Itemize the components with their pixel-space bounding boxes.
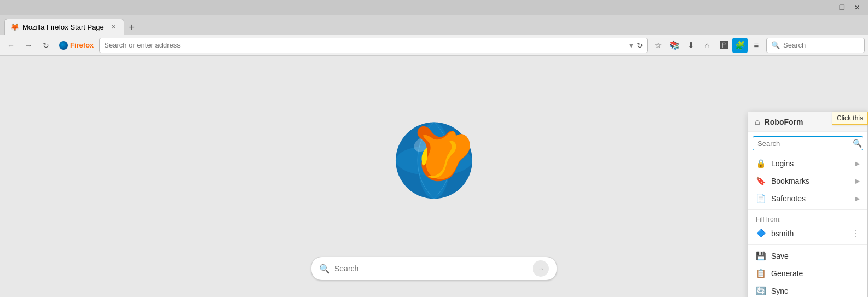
bottom-search-bar[interactable]: 🔍 →: [311, 257, 557, 281]
divider-2: [748, 244, 867, 245]
firefox-logo-large: [385, 111, 483, 212]
tab-bar: 🦊 Mozilla Firefox Start Page ✕ +: [0, 15, 868, 35]
save-label: Save: [771, 252, 860, 260]
nav-bar: ← → ↻ Firefox ▼ ↻ ☆ 📚 ⬇ ⌂ 🅿 🧩 ≡ 🔍: [0, 35, 868, 56]
bsmith-icon: 🔷: [756, 229, 766, 238]
roboform-extension-button[interactable]: 🧩: [732, 38, 748, 53]
safenotes-icon: 📄: [756, 194, 766, 203]
logins-menu-item[interactable]: 🔒 Logins ▶: [748, 155, 867, 172]
bookmarks-arrow-icon: ▶: [855, 177, 860, 185]
bookmarks-icon: 🔖: [756, 176, 766, 186]
home-nav-button[interactable]: ⌂: [699, 38, 715, 53]
firefox-badge: Firefox: [56, 41, 97, 50]
new-tab-button[interactable]: +: [124, 20, 140, 35]
fill-bsmith-item[interactable]: 🔷 bsmith ⋮: [748, 224, 867, 242]
minimize-button[interactable]: —: [820, 1, 833, 14]
logins-icon: 🔒: [756, 159, 766, 168]
back-button[interactable]: ←: [3, 38, 19, 53]
sync-icon: 🔄: [756, 286, 766, 296]
bottom-search-icon: 🔍: [319, 264, 330, 274]
tab-favicon-icon: 🦊: [10, 23, 19, 32]
active-tab[interactable]: 🦊 Mozilla Firefox Start Page ✕: [4, 19, 124, 35]
close-button[interactable]: ✕: [850, 1, 864, 14]
bsmith-more-button[interactable]: ⋮: [851, 228, 860, 238]
search-bar-nav[interactable]: 🔍: [766, 38, 865, 53]
url-refresh-icon[interactable]: ↻: [636, 41, 643, 50]
save-icon: 💾: [756, 251, 766, 261]
logins-arrow-icon: ▶: [855, 160, 860, 167]
bsmith-label: bsmith: [771, 229, 846, 238]
nav-icon-group: ☆ 📚 ⬇ ⌂ 🅿 🧩 ≡: [650, 38, 764, 53]
roboform-search-box[interactable]: 🔍: [753, 136, 863, 150]
menu-button[interactable]: ≡: [749, 38, 764, 53]
generate-menu-item[interactable]: 📋 Generate: [748, 265, 867, 282]
safenotes-menu-item[interactable]: 📄 Safenotes ▶: [748, 190, 867, 207]
firefox-label: Firefox: [70, 41, 94, 49]
generate-label: Generate: [771, 269, 860, 278]
url-bar[interactable]: ▼ ↻: [99, 38, 648, 53]
maximize-button[interactable]: ❐: [835, 1, 848, 14]
library-button[interactable]: 📚: [667, 38, 682, 53]
save-menu-item[interactable]: 💾 Save: [748, 247, 867, 265]
firefox-logo-small: [59, 41, 68, 50]
tab-title: Mozilla Firefox Start Page: [22, 23, 104, 31]
bottom-search-input[interactable]: [334, 264, 528, 273]
forward-button[interactable]: →: [21, 38, 36, 53]
pocket-button[interactable]: 🅿: [716, 38, 731, 53]
url-dropdown-icon[interactable]: ▼: [628, 42, 634, 49]
search-nav-icon: 🔍: [771, 41, 780, 49]
roboform-search-input[interactable]: [757, 139, 849, 148]
bookmark-star-button[interactable]: ☆: [650, 38, 666, 53]
generate-icon: 📋: [756, 269, 766, 278]
url-input[interactable]: [104, 41, 628, 49]
click-tooltip: Click this: [832, 112, 868, 125]
fill-from-label: Fill from:: [748, 212, 867, 224]
roboform-home-icon[interactable]: ⌂: [755, 117, 760, 127]
roboform-panel: ⌂ RoboForm ⋮ 🔍 🔒 Logins ▶ 🔖 Bookmarks ▶: [748, 112, 868, 297]
download-button[interactable]: ⬇: [683, 38, 698, 53]
tab-close-button[interactable]: ✕: [109, 23, 118, 32]
divider-1: [748, 209, 867, 210]
logins-label: Logins: [771, 159, 849, 168]
roboform-search-icon: 🔍: [853, 139, 862, 148]
window-controls: — ❐ ✕: [820, 1, 864, 14]
safenotes-label: Safenotes: [771, 194, 849, 203]
refresh-button[interactable]: ↻: [38, 38, 54, 53]
bookmarks-menu-item[interactable]: 🔖 Bookmarks ▶: [748, 172, 867, 190]
bookmarks-label: Bookmarks: [771, 177, 849, 185]
sync-label: Sync: [771, 287, 860, 295]
sync-menu-item[interactable]: 🔄 Sync: [748, 282, 867, 297]
main-content: 🔍 → Click this ⌂ RoboForm ⋮ 🔍 🔒 Logins ▶: [0, 56, 868, 297]
search-nav-input[interactable]: [783, 41, 868, 49]
safenotes-arrow-icon: ▶: [855, 195, 860, 202]
bottom-search-submit-button[interactable]: →: [533, 260, 549, 277]
title-bar: — ❐ ✕: [0, 0, 868, 15]
